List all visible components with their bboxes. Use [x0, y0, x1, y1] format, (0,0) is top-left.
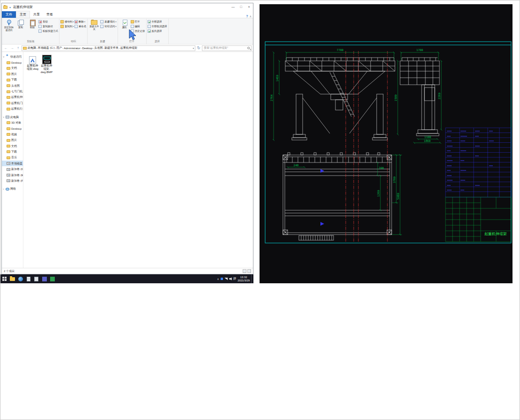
properties-button[interactable]: 属性 [119, 19, 130, 29]
up-button[interactable]: ↑ [15, 45, 21, 51]
back-button[interactable]: ← [3, 45, 8, 51]
network-icon [6, 188, 9, 191]
file-item-bmp[interactable]: 起重机伸 缩架. dwg.BMP [40, 54, 53, 74]
taskbar-icon-cad-app[interactable] [40, 274, 48, 283]
paste-icon [29, 19, 36, 26]
sidebar-item-desktop[interactable]: Desktop [2, 59, 23, 65]
titlebar[interactable]: ▾ 起重机伸缩架 — □ × [2, 3, 253, 11]
tab-view[interactable]: 查看 [43, 11, 56, 18]
sidebar-item-this-pc[interactable]: ∨ 此电脑 [2, 114, 23, 120]
new-item-icon [100, 20, 104, 23]
breadcrumb-part[interactable]: Administrator [64, 47, 80, 50]
tray-expand-icon[interactable]: ∧ [217, 277, 219, 280]
delete-button[interactable]: 删除 ▾ [74, 19, 87, 24]
mouse-cursor [129, 29, 136, 41]
sidebar-item-volume-d[interactable]: 新加卷 (D:) [2, 166, 23, 172]
open-button[interactable]: 打开 [131, 19, 145, 24]
copy-button[interactable]: 复制 [15, 19, 26, 29]
cut-button[interactable]: 剪切 [38, 19, 58, 24]
move-to-icon [60, 20, 64, 23]
file-list[interactable]: 起重机伸 缩架.dwg 起重机伸 缩架. dwg.BMP [23, 52, 253, 268]
sidebar-item-volume-f[interactable]: 新加卷 (F:) [2, 178, 23, 184]
taskbar-icon-explorer[interactable] [8, 274, 16, 283]
sidebar-item-pictures-pc[interactable]: 图片 [2, 137, 23, 143]
select-none-button[interactable]: 全部取消选择 [148, 24, 167, 29]
sidebar-item-pictures[interactable]: 图片 [2, 71, 23, 77]
file-item-dwg[interactable]: 起重机伸 缩架.dwg [26, 54, 39, 71]
breadcrumb-part[interactable]: 此电脑 [28, 46, 36, 50]
rename-button[interactable]: 重命名 [74, 24, 87, 29]
ime-indicator[interactable]: 拼 [233, 277, 237, 281]
collapse-ribbon-icon[interactable]: ∧ [250, 15, 252, 18]
copy-path-button[interactable]: 复制路径 [38, 24, 58, 29]
clock[interactable]: 13:32 2021/3/29 [238, 276, 250, 282]
help-icon[interactable]: ? [246, 15, 248, 18]
tab-share[interactable]: 共享 [30, 11, 43, 18]
thumbnail-view-button[interactable] [247, 269, 251, 273]
network-tray-icon[interactable] [224, 278, 228, 280]
maximize-button[interactable]: □ [237, 3, 245, 11]
sidebar-item-pinned-folder[interactable]: 起重机行走压延轮 [2, 106, 23, 112]
edit-button[interactable]: 编辑 [131, 24, 145, 29]
status-bar: 2 个项目 [2, 268, 253, 274]
folder-icon [7, 67, 10, 70]
paste-button[interactable]: 粘贴 [27, 19, 38, 29]
easy-access-button[interactable]: 轻松访问 ▾ [100, 24, 116, 29]
sidebar-item-documents[interactable]: 文档 [2, 66, 23, 71]
sidebar-item-desktop-pc[interactable]: Desktop [2, 126, 23, 132]
folder-icon [10, 277, 15, 281]
taskbar-icon-green-app[interactable] [48, 274, 56, 283]
sidebar-item-quick-access[interactable]: ∨ 快速访问 [2, 54, 23, 59]
breadcrumb[interactable]: 此电脑 › 本地磁盘 (C:) › 用户 › Administrator › D… [22, 45, 195, 51]
move-to-button[interactable]: 移动到 ▾ [60, 19, 74, 24]
close-button[interactable]: × [245, 3, 253, 11]
sidebar-item-3d-objects[interactable]: 3D 对象 [2, 120, 23, 125]
forward-button[interactable]: → [9, 45, 15, 51]
copy-to-button[interactable]: 复制到 ▾ [60, 24, 74, 29]
breadcrumb-part[interactable]: Desktop [82, 47, 92, 50]
search-input[interactable]: 搜索“起重机伸缩架” [202, 45, 252, 51]
refresh-button[interactable]: ↻ [196, 46, 201, 50]
sidebar-item-videos[interactable]: 视频 [2, 132, 23, 137]
sidebar-item-pinned-folder[interactable]: 起重机伸缩架 [2, 95, 23, 100]
taskbar-icon-browser[interactable] [16, 274, 24, 283]
paste-shortcut-button[interactable]: 粘贴快捷方式 [38, 29, 58, 33]
taskbar-icon-document[interactable] [32, 274, 40, 283]
sidebar-item-network[interactable]: > 网络 [2, 186, 23, 192]
address-dropdown-icon[interactable]: ▾ [193, 47, 194, 50]
pin-to-quick-access-button[interactable]: 固定到快速访问 [3, 19, 15, 32]
breadcrumb-part[interactable]: 新建文件夹 [104, 46, 119, 50]
tab-file[interactable]: 文件 [2, 11, 16, 18]
sidebar-item-music[interactable]: 音乐 [2, 155, 23, 161]
breadcrumb-part[interactable]: 起重机伸缩架 [120, 46, 137, 50]
sidebar-item-downloads[interactable]: 下载 [2, 77, 23, 83]
show-desktop-button[interactable] [251, 274, 253, 283]
minimize-button[interactable]: — [229, 3, 237, 11]
sidebar-item-volume-e[interactable]: 新加卷 (E:) [2, 172, 23, 178]
copy-path-icon [38, 25, 42, 28]
details-view-button[interactable] [243, 269, 246, 273]
select-all-button[interactable]: 全部选择 [148, 19, 167, 24]
sidebar-item-pinned-folder[interactable]: 起重机门架(殷) [2, 100, 23, 106]
new-folder-button[interactable]: 新建文件夹 [89, 19, 100, 31]
start-button[interactable] [0, 274, 8, 283]
window-folder-icon [3, 6, 7, 9]
sidebar-item-pinned-folder[interactable]: 头道图 [2, 83, 23, 88]
breadcrumb-part[interactable]: 头道图 [94, 46, 103, 50]
svg-text:1100: 1100 [424, 135, 431, 139]
breadcrumb-part[interactable]: 本地磁盘 (C:) [38, 46, 55, 50]
qat-customize-icon[interactable]: ▾ [9, 6, 11, 9]
volume-icon[interactable] [229, 278, 232, 280]
sidebar-item-downloads-pc[interactable]: 下载 [2, 149, 23, 155]
sidebar-item-local-disk-c[interactable]: 本地磁盘 (C:) [2, 161, 23, 166]
taskbar-icon-notepad[interactable] [24, 274, 32, 283]
invert-selection-button[interactable]: 反向选择 [148, 29, 167, 33]
new-item-button[interactable]: 新建项目 ▾ [100, 19, 116, 24]
sidebar-item-pinned-folder[interactable]: 七号门机加工图4楼 [2, 88, 23, 94]
breadcrumb-part[interactable]: 用户 [56, 46, 62, 50]
tab-home[interactable]: 主页 [16, 11, 30, 18]
easy-access-icon [100, 25, 104, 28]
chevron-right-icon: › [119, 47, 120, 50]
sidebar-item-documents-pc[interactable]: 文档 [2, 143, 23, 149]
tray-app-icon[interactable] [221, 278, 223, 280]
